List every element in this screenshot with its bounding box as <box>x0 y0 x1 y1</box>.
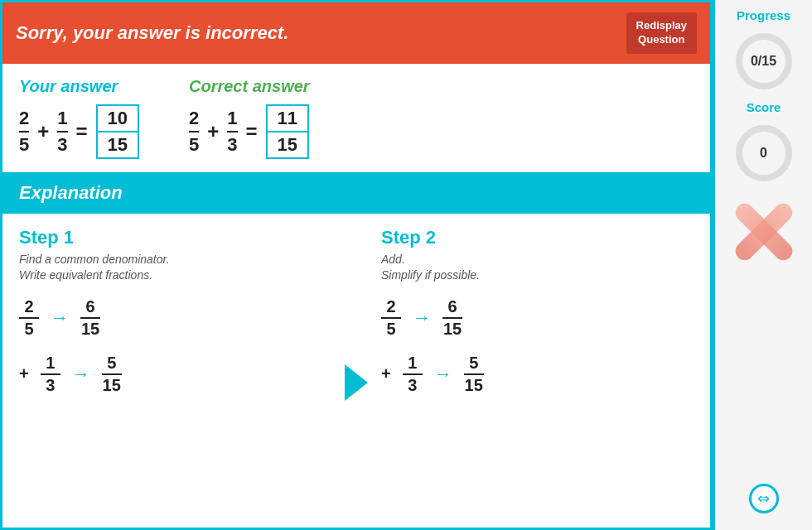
your-frac2: 1 3 <box>57 108 67 156</box>
score-label: Score <box>747 100 781 114</box>
step1-desc: Find a common denominator. Write equival… <box>19 252 331 284</box>
step1-title: Step 1 <box>19 227 331 248</box>
nav-arrows-icon: ⇔ <box>757 489 770 508</box>
progress-label: Progress <box>737 8 790 22</box>
correct-plus: + <box>207 120 219 143</box>
correct-result: 11 15 <box>266 104 309 159</box>
your-plus: + <box>37 120 49 143</box>
progress-value: 0/15 <box>751 54 776 69</box>
your-answer-equation: 2 5 + 1 3 = 10 15 <box>19 104 139 159</box>
your-answer-block: Your answer 2 5 + 1 3 = 10 15 <box>19 77 139 159</box>
answers-section: Your answer 2 5 + 1 3 = 10 15 Corr <box>2 64 710 172</box>
step2-r2-to: 5 15 <box>464 354 484 395</box>
step2-r2-arrow: → <box>434 364 452 385</box>
step1-col: Step 1 Find a common denominator. Write … <box>19 227 331 514</box>
your-frac1: 2 5 <box>19 108 29 156</box>
error-banner: Sorry, your answer is incorrect. Redispl… <box>2 2 710 64</box>
step2-r1-from: 2 5 <box>381 297 401 339</box>
your-equals: = <box>76 120 88 143</box>
step1-r1-to: 6 15 <box>80 297 100 339</box>
progress-circle: 0/15 <box>733 31 795 92</box>
correct-answer-label: Correct answer <box>189 77 310 96</box>
incorrect-x-icon <box>727 195 801 270</box>
your-result: 10 15 <box>96 104 139 159</box>
error-text: Sorry, your answer is incorrect. <box>16 22 288 44</box>
score-value: 0 <box>760 146 767 161</box>
correct-answer-equation: 2 5 + 1 3 = 11 15 <box>189 104 310 159</box>
correct-answer-block: Correct answer 2 5 + 1 3 = 11 15 <box>189 77 310 159</box>
correct-equals: = <box>246 120 258 143</box>
step1-r1-from: 2 5 <box>19 297 39 339</box>
sidebar: Progress 0/15 Score 0 ⇔ <box>713 0 812 530</box>
step1-row1: 2 5 → 6 15 <box>19 297 331 339</box>
step2-title: Step 2 <box>381 227 694 248</box>
correct-frac1: 2 5 <box>189 108 199 156</box>
explanation-title: Explanation <box>19 182 123 203</box>
step2-r1-arrow: → <box>413 307 431 329</box>
step1-r2-to: 5 15 <box>102 354 122 395</box>
step1-plus: + <box>19 364 29 383</box>
step1-r1-arrow: → <box>51 307 69 329</box>
main-content: Sorry, your answer is incorrect. Redispl… <box>0 0 713 530</box>
explanation-header: Explanation <box>2 172 710 214</box>
step2-row1: 2 5 → 6 15 <box>381 297 694 339</box>
redisplay-button[interactable]: RedisplayQuestion <box>626 12 697 54</box>
step1-r2-arrow: → <box>72 364 90 385</box>
step2-r2-from: 1 3 <box>403 354 423 395</box>
step2-desc: Add. Simplify if possible. <box>381 252 694 284</box>
step2-r1-to: 6 15 <box>442 297 462 339</box>
your-answer-label: Your answer <box>19 77 139 96</box>
step1-row2: + 1 3 → 5 15 <box>19 354 331 395</box>
step2-row2: + 1 3 → 5 15 <box>381 354 694 395</box>
correct-frac2: 1 3 <box>227 108 237 156</box>
nav-button[interactable]: ⇔ <box>749 484 779 513</box>
step1-r2-from: 1 3 <box>41 354 60 395</box>
step2-plus: + <box>381 364 391 383</box>
chevron-icon <box>345 364 368 401</box>
step-separator <box>331 227 381 514</box>
step2-col: Step 2 Add. Simplify if possible. 2 5 → … <box>381 227 694 514</box>
nav-circle: ⇔ <box>749 484 779 513</box>
steps-section: Step 1 Find a common denominator. Write … <box>2 214 710 528</box>
step1-fractions: 2 5 → 6 15 + 1 3 → <box>19 297 331 395</box>
step2-fractions: 2 5 → 6 15 + 1 3 → <box>381 297 694 395</box>
score-circle: 0 <box>733 123 795 184</box>
